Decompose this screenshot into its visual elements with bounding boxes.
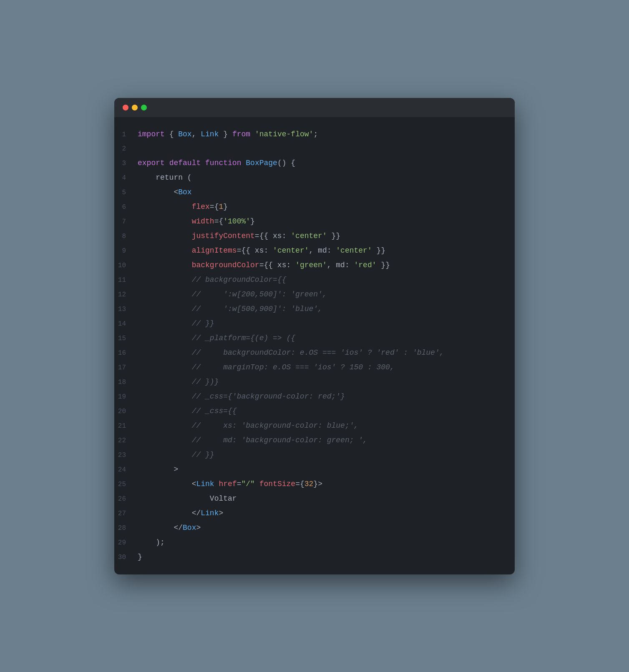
token-plain [138, 509, 192, 517]
token-plain [174, 130, 178, 138]
code-line: 19 // _css={'background-color: red;'} [114, 389, 515, 404]
code-line: 14 // }} [114, 316, 515, 331]
token-plain [138, 392, 192, 401]
token-plain: ={{ xs: [255, 232, 291, 240]
token-string-single: 'center' [336, 246, 372, 255]
token-kw-function: function [205, 159, 241, 167]
token-comment: // _css={{ [192, 407, 237, 415]
line-content: </Box> [138, 521, 515, 535]
token-value-num: 32 [304, 480, 314, 488]
line-number: 5 [114, 186, 138, 200]
token-plain: }} [377, 261, 390, 269]
line-number: 11 [114, 273, 138, 287]
code-line: 26 Voltar [114, 491, 515, 506]
line-number: 15 [114, 331, 138, 346]
line-number: 28 [114, 521, 138, 535]
token-string-single: 'native-flow' [255, 130, 313, 138]
minimize-button[interactable] [132, 105, 138, 110]
line-content: // ':w[500,900]': 'blue', [138, 302, 515, 316]
token-string-single: 'red' [354, 261, 377, 269]
line-content: export default function BoxPage() { [138, 156, 515, 170]
token-plain [138, 421, 192, 430]
line-content: import { Box, Link } from 'native-flow'; [138, 127, 515, 141]
code-line: 15 // _platform={(e) => ({ [114, 331, 515, 346]
line-content: flex={1} [138, 200, 515, 214]
token-jsx-bracket: < [192, 480, 196, 488]
code-line: 3export default function BoxPage() { [114, 156, 515, 171]
line-number: 21 [114, 419, 138, 433]
line-number: 27 [114, 507, 138, 521]
code-line: 28 </Box> [114, 521, 515, 535]
token-kw-import: import [138, 130, 165, 138]
token-plain: ); [138, 538, 165, 547]
code-line: 23 // }} [114, 448, 515, 462]
token-plain [138, 334, 192, 342]
token-comment: // }} [192, 319, 214, 328]
token-plain [138, 232, 192, 240]
close-button[interactable] [123, 105, 128, 110]
token-plain [214, 480, 219, 488]
token-component: Link [201, 509, 219, 517]
token-plain [138, 349, 192, 357]
line-content: Voltar [138, 491, 515, 506]
token-plain [138, 217, 192, 226]
code-line: 7 width={'100%'} [114, 214, 515, 229]
code-line: 30} [114, 550, 515, 564]
token-component: Link [201, 130, 219, 138]
token-plain [250, 130, 255, 138]
code-line: 8 justifyContent={{ xs: 'center' }} [114, 229, 515, 243]
line-content: // }} [138, 316, 515, 331]
token-plain [228, 130, 232, 138]
token-comment: // })} [192, 378, 219, 386]
token-jsx-bracket: </ [174, 524, 183, 532]
line-content: alignItems={{ xs: 'center', md: 'center'… [138, 243, 515, 258]
line-content: backgroundColor={{ xs: 'green', md: 'red… [138, 258, 515, 272]
line-content: // marginTop: e.OS === 'ios' ? 150 : 300… [138, 360, 515, 374]
line-content: <Link href="/" fontSize={32}> [138, 477, 515, 491]
token-plain [138, 436, 192, 444]
line-number: 1 [114, 128, 138, 142]
token-import-brace: } [223, 130, 228, 138]
token-plain: ={ [295, 480, 304, 488]
token-plain: , [192, 130, 201, 138]
token-plain [138, 465, 174, 474]
line-content: justifyContent={{ xs: 'center' }} [138, 229, 515, 243]
line-content: // backgroundColor={{ [138, 273, 515, 287]
line-number: 12 [114, 288, 138, 302]
line-number: 16 [114, 346, 138, 360]
line-number: 22 [114, 434, 138, 448]
token-import-brace: { [169, 130, 174, 138]
line-content: > [138, 462, 515, 476]
token-plain [138, 378, 192, 386]
token-plain [138, 203, 192, 211]
maximize-button[interactable] [141, 105, 147, 110]
line-content: return ( [138, 171, 515, 185]
token-attr-name: width [192, 217, 214, 226]
code-line: 2 [114, 142, 515, 156]
token-plain [138, 451, 192, 459]
token-plain [255, 480, 259, 488]
line-content: // _css={'background-color: red;'} [138, 389, 515, 404]
token-string-single: 'center' [291, 232, 327, 240]
line-number: 10 [114, 258, 138, 273]
token-string-single: 'center' [273, 246, 309, 255]
token-string-single: '100%' [223, 217, 250, 226]
token-component: Link [196, 480, 214, 488]
code-line: 4 return ( [114, 171, 515, 185]
token-plain: }} [372, 246, 385, 255]
token-kw-export: export [138, 159, 165, 167]
token-jsx-bracket: < [174, 188, 178, 196]
token-plain: } [138, 553, 142, 561]
code-line: 29 ); [114, 535, 515, 550]
token-string-single: 'green' [295, 261, 327, 269]
token-string-single: "/" [242, 480, 255, 488]
line-number: 18 [114, 375, 138, 389]
token-comment: // }} [192, 451, 214, 459]
line-number: 20 [114, 404, 138, 419]
token-plain: ={ [210, 203, 219, 211]
code-line: 17 // marginTop: e.OS === 'ios' ? 150 : … [114, 360, 515, 375]
line-content: // backgroundColor: e.OS === 'ios' ? 're… [138, 346, 515, 360]
token-func-name: BoxPage [246, 159, 277, 167]
token-plain [138, 363, 192, 371]
code-line: 13 // ':w[500,900]': 'blue', [114, 302, 515, 316]
